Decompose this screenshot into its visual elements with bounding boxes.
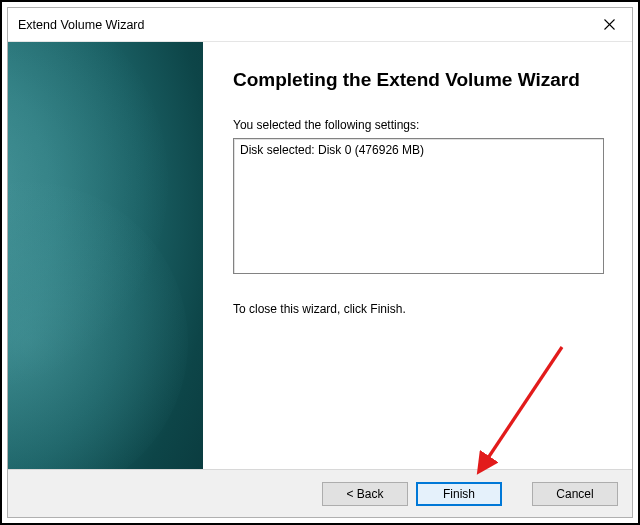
main-pane: Completing the Extend Volume Wizard You … [203, 42, 632, 469]
close-button[interactable] [587, 8, 632, 41]
finish-button[interactable]: Finish [416, 482, 502, 506]
settings-line: Disk selected: Disk 0 (476926 MB) [240, 142, 597, 159]
close-icon [604, 19, 615, 30]
cancel-button[interactable]: Cancel [532, 482, 618, 506]
screenshot-frame: Extend Volume Wizard Completing the Exte… [0, 0, 640, 525]
button-bar: < Back Finish Cancel [8, 469, 632, 517]
content-area: Completing the Extend Volume Wizard You … [8, 42, 632, 469]
settings-listbox[interactable]: Disk selected: Disk 0 (476926 MB) [233, 138, 604, 274]
titlebar: Extend Volume Wizard [8, 8, 632, 42]
page-heading: Completing the Extend Volume Wizard [233, 68, 604, 92]
settings-label: You selected the following settings: [233, 118, 604, 132]
wizard-sidebar-graphic [8, 42, 203, 469]
close-instruction: To close this wizard, click Finish. [233, 302, 604, 316]
wizard-window: Extend Volume Wizard Completing the Exte… [7, 7, 633, 518]
back-button[interactable]: < Back [322, 482, 408, 506]
window-title: Extend Volume Wizard [18, 18, 144, 32]
